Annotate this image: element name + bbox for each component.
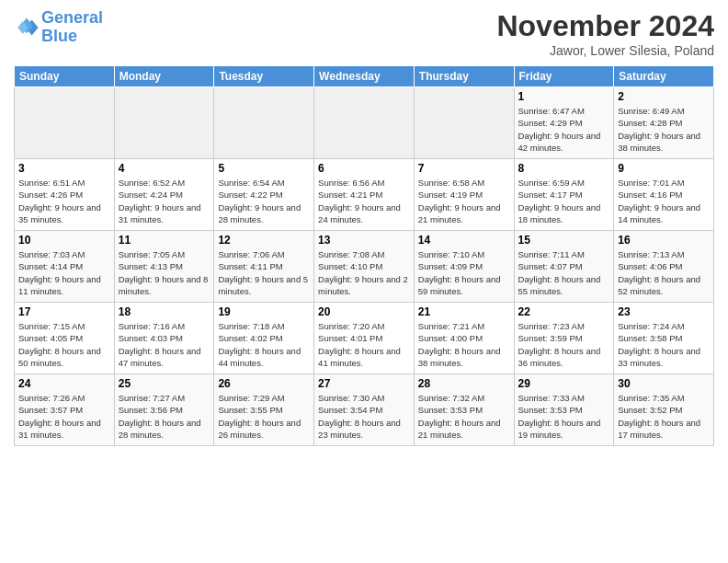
day-number: 25 xyxy=(119,377,210,390)
calendar-cell: 30Sunrise: 7:35 AM Sunset: 3:52 PM Dayli… xyxy=(614,374,714,446)
day-number: 19 xyxy=(218,305,310,318)
day-number: 15 xyxy=(518,234,610,247)
day-info: Sunrise: 7:16 AM Sunset: 4:03 PM Dayligh… xyxy=(119,320,210,369)
calendar-cell: 8Sunrise: 6:59 AM Sunset: 4:17 PM Daylig… xyxy=(514,159,614,231)
day-number: 7 xyxy=(418,162,510,175)
day-info: Sunrise: 6:59 AM Sunset: 4:17 PM Dayligh… xyxy=(518,177,610,225)
day-info: Sunrise: 7:20 AM Sunset: 4:01 PM Dayligh… xyxy=(318,320,410,369)
calendar-cell: 13Sunrise: 7:08 AM Sunset: 4:10 PM Dayli… xyxy=(314,231,415,303)
day-number: 28 xyxy=(418,377,510,390)
calendar-cell: 23Sunrise: 7:24 AM Sunset: 3:58 PM Dayli… xyxy=(614,303,714,374)
calendar-week-5: 24Sunrise: 7:26 AM Sunset: 3:57 PM Dayli… xyxy=(15,374,714,446)
calendar-cell: 1Sunrise: 6:47 AM Sunset: 4:29 PM Daylig… xyxy=(514,87,614,159)
day-number: 21 xyxy=(418,305,510,318)
calendar-cell xyxy=(114,87,214,159)
calendar-cell: 21Sunrise: 7:21 AM Sunset: 4:00 PM Dayli… xyxy=(414,303,514,374)
day-info: Sunrise: 7:03 AM Sunset: 4:14 PM Dayligh… xyxy=(18,248,110,297)
day-info: Sunrise: 6:47 AM Sunset: 4:29 PM Dayligh… xyxy=(518,105,610,154)
day-info: Sunrise: 7:30 AM Sunset: 3:54 PM Dayligh… xyxy=(318,392,410,441)
day-info: Sunrise: 7:29 AM Sunset: 3:55 PM Dayligh… xyxy=(218,392,310,441)
day-number: 5 xyxy=(218,162,310,175)
calendar-cell: 4Sunrise: 6:52 AM Sunset: 4:24 PM Daylig… xyxy=(114,159,214,231)
day-number: 26 xyxy=(218,377,310,390)
day-number: 29 xyxy=(518,377,610,390)
day-number: 18 xyxy=(119,305,210,318)
calendar-cell: 6Sunrise: 6:56 AM Sunset: 4:21 PM Daylig… xyxy=(314,159,415,231)
main-title: November 2024 xyxy=(496,9,714,43)
col-sunday: Sunday xyxy=(15,66,115,87)
calendar-cell: 17Sunrise: 7:15 AM Sunset: 4:05 PM Dayli… xyxy=(15,303,115,374)
calendar-cell: 22Sunrise: 7:23 AM Sunset: 3:59 PM Dayli… xyxy=(514,303,614,374)
calendar-cell: 25Sunrise: 7:27 AM Sunset: 3:56 PM Dayli… xyxy=(114,374,214,446)
calendar-cell: 18Sunrise: 7:16 AM Sunset: 4:03 PM Dayli… xyxy=(114,303,214,374)
day-number: 4 xyxy=(119,162,210,175)
calendar-week-2: 3Sunrise: 6:51 AM Sunset: 4:26 PM Daylig… xyxy=(15,159,714,231)
calendar: Sunday Monday Tuesday Wednesday Thursday… xyxy=(14,65,714,446)
day-info: Sunrise: 7:23 AM Sunset: 3:59 PM Dayligh… xyxy=(518,320,610,369)
calendar-week-4: 17Sunrise: 7:15 AM Sunset: 4:05 PM Dayli… xyxy=(15,303,714,374)
col-monday: Monday xyxy=(114,66,214,87)
calendar-cell: 19Sunrise: 7:18 AM Sunset: 4:02 PM Dayli… xyxy=(214,303,314,374)
day-info: Sunrise: 6:52 AM Sunset: 4:24 PM Dayligh… xyxy=(119,177,210,225)
day-number: 16 xyxy=(618,234,710,247)
calendar-cell: 27Sunrise: 7:30 AM Sunset: 3:54 PM Dayli… xyxy=(314,374,415,446)
subtitle: Jawor, Lower Silesia, Poland xyxy=(496,43,714,58)
day-info: Sunrise: 6:51 AM Sunset: 4:26 PM Dayligh… xyxy=(18,177,110,225)
day-number: 3 xyxy=(18,162,110,175)
day-info: Sunrise: 6:56 AM Sunset: 4:21 PM Dayligh… xyxy=(318,177,410,225)
day-number: 11 xyxy=(119,234,210,247)
calendar-cell xyxy=(214,87,314,159)
col-tuesday: Tuesday xyxy=(214,66,314,87)
day-number: 27 xyxy=(318,377,410,390)
day-info: Sunrise: 7:18 AM Sunset: 4:02 PM Dayligh… xyxy=(218,320,310,369)
logo-icon xyxy=(14,15,40,40)
day-info: Sunrise: 7:01 AM Sunset: 4:16 PM Dayligh… xyxy=(618,177,710,225)
title-block: November 2024 Jawor, Lower Silesia, Pola… xyxy=(496,9,714,58)
calendar-header-row: Sunday Monday Tuesday Wednesday Thursday… xyxy=(15,66,714,87)
calendar-cell: 5Sunrise: 6:54 AM Sunset: 4:22 PM Daylig… xyxy=(214,159,314,231)
calendar-cell: 12Sunrise: 7:06 AM Sunset: 4:11 PM Dayli… xyxy=(214,231,314,303)
day-info: Sunrise: 7:33 AM Sunset: 3:53 PM Dayligh… xyxy=(518,392,610,441)
day-info: Sunrise: 7:13 AM Sunset: 4:06 PM Dayligh… xyxy=(618,248,710,297)
day-info: Sunrise: 7:32 AM Sunset: 3:53 PM Dayligh… xyxy=(418,392,510,441)
day-number: 17 xyxy=(18,305,110,318)
day-info: Sunrise: 7:26 AM Sunset: 3:57 PM Dayligh… xyxy=(18,392,110,441)
calendar-cell: 11Sunrise: 7:05 AM Sunset: 4:13 PM Dayli… xyxy=(114,231,214,303)
day-info: Sunrise: 7:24 AM Sunset: 3:58 PM Dayligh… xyxy=(618,320,710,369)
logo-text: General Blue xyxy=(41,9,103,46)
col-saturday: Saturday xyxy=(614,66,714,87)
calendar-cell: 26Sunrise: 7:29 AM Sunset: 3:55 PM Dayli… xyxy=(214,374,314,446)
calendar-cell: 29Sunrise: 7:33 AM Sunset: 3:53 PM Dayli… xyxy=(514,374,614,446)
day-info: Sunrise: 6:49 AM Sunset: 4:28 PM Dayligh… xyxy=(618,105,710,154)
calendar-cell: 20Sunrise: 7:20 AM Sunset: 4:01 PM Dayli… xyxy=(314,303,415,374)
day-info: Sunrise: 7:11 AM Sunset: 4:07 PM Dayligh… xyxy=(518,248,610,297)
col-friday: Friday xyxy=(514,66,614,87)
day-info: Sunrise: 7:21 AM Sunset: 4:00 PM Dayligh… xyxy=(418,320,510,369)
day-number: 9 xyxy=(618,162,710,175)
col-wednesday: Wednesday xyxy=(314,66,415,87)
day-info: Sunrise: 6:54 AM Sunset: 4:22 PM Dayligh… xyxy=(218,177,310,225)
day-number: 20 xyxy=(318,305,410,318)
day-info: Sunrise: 7:35 AM Sunset: 3:52 PM Dayligh… xyxy=(618,392,710,441)
day-number: 1 xyxy=(518,90,610,103)
calendar-cell: 10Sunrise: 7:03 AM Sunset: 4:14 PM Dayli… xyxy=(15,231,115,303)
day-info: Sunrise: 7:08 AM Sunset: 4:10 PM Dayligh… xyxy=(318,248,410,297)
day-number: 24 xyxy=(18,377,110,390)
day-number: 2 xyxy=(618,90,710,103)
calendar-cell xyxy=(314,87,415,159)
logo: General Blue xyxy=(14,9,103,46)
day-number: 22 xyxy=(518,305,610,318)
day-number: 12 xyxy=(218,234,310,247)
logo-blue: Blue xyxy=(41,27,77,45)
day-info: Sunrise: 7:15 AM Sunset: 4:05 PM Dayligh… xyxy=(18,320,110,369)
calendar-cell: 9Sunrise: 7:01 AM Sunset: 4:16 PM Daylig… xyxy=(614,159,714,231)
calendar-cell xyxy=(414,87,514,159)
day-number: 13 xyxy=(318,234,410,247)
calendar-cell: 28Sunrise: 7:32 AM Sunset: 3:53 PM Dayli… xyxy=(414,374,514,446)
day-info: Sunrise: 7:27 AM Sunset: 3:56 PM Dayligh… xyxy=(119,392,210,441)
calendar-cell: 2Sunrise: 6:49 AM Sunset: 4:28 PM Daylig… xyxy=(614,87,714,159)
calendar-cell: 24Sunrise: 7:26 AM Sunset: 3:57 PM Dayli… xyxy=(15,374,115,446)
day-info: Sunrise: 7:10 AM Sunset: 4:09 PM Dayligh… xyxy=(418,248,510,297)
calendar-cell: 3Sunrise: 6:51 AM Sunset: 4:26 PM Daylig… xyxy=(15,159,115,231)
day-number: 8 xyxy=(518,162,610,175)
